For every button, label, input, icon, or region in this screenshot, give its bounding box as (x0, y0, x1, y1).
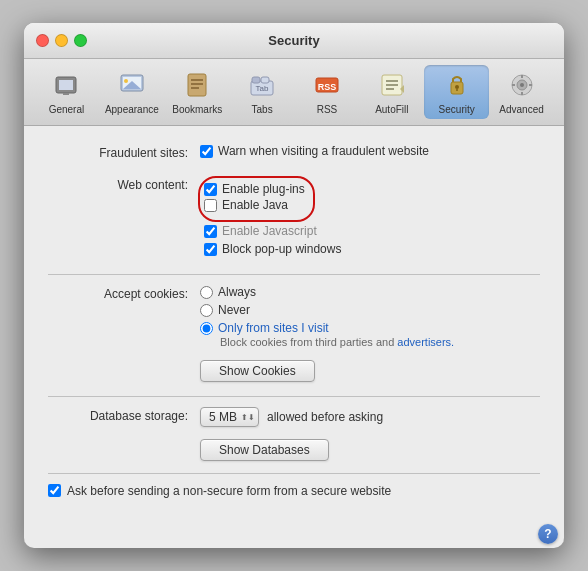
svg-text:RSS: RSS (318, 82, 337, 92)
toolbar-label-advanced: Advanced (499, 104, 543, 115)
fraudulent-sites-label: Fraudulent sites: (48, 144, 188, 160)
fraudulent-sites-check-row: Warn when visiting a fraudulent website (200, 144, 540, 158)
fraudulent-sites-row: Fraudulent sites: Warn when visiting a f… (48, 144, 540, 162)
cookies-sublabel: Block cookies from third parties and adv… (220, 335, 540, 349)
content-area: Fraudulent sites: Warn when visiting a f… (24, 126, 564, 517)
toolbar-item-advanced[interactable]: Advanced (489, 65, 554, 119)
toolbar-label-tabs: Tabs (252, 104, 273, 115)
toolbar-label-appearance: Appearance (105, 104, 159, 115)
web-content-label: Web content: (48, 176, 188, 192)
svg-rect-12 (252, 77, 260, 83)
show-databases-button[interactable]: Show Databases (200, 439, 329, 461)
toolbar-label-autofill: AutoFill (375, 104, 408, 115)
db-size-select[interactable]: 5 MB (200, 407, 259, 427)
titlebar: Security (24, 23, 564, 59)
rss-icon: RSS (311, 69, 343, 101)
cookies-always-radio[interactable] (200, 286, 213, 299)
java-label: Enable Java (222, 198, 288, 212)
secure-form-checkbox[interactable] (48, 484, 61, 497)
divider-2 (48, 396, 540, 397)
svg-rect-1 (59, 80, 73, 90)
appearance-icon (116, 69, 148, 101)
svg-text:Tab: Tab (256, 84, 269, 93)
toolbar-label-bookmarks: Bookmarks (172, 104, 222, 115)
window-title: Security (268, 33, 319, 48)
maximize-button[interactable] (74, 34, 87, 47)
cookies-only-row: Only from sites I visit (200, 321, 540, 335)
cookies-always-label: Always (218, 285, 256, 299)
toolbar-item-general[interactable]: General (34, 65, 99, 119)
database-storage-row: Database storage: 5 MB allowed before as… (48, 407, 540, 461)
toolbar-item-tabs[interactable]: Tab Tabs (230, 65, 295, 119)
show-cookies-button[interactable]: Show Cookies (200, 360, 315, 382)
toolbar-item-rss[interactable]: RSS RSS (295, 65, 360, 119)
cookies-never-row: Never (200, 303, 540, 317)
toolbar-item-bookmarks[interactable]: Bookmarks (165, 65, 230, 119)
traffic-lights (36, 34, 87, 47)
bottom-section: Ask before sending a non-secure form fro… (48, 484, 540, 504)
divider-1 (48, 274, 540, 275)
divider-3 (48, 473, 540, 474)
toolbar-label-security: Security (439, 104, 475, 115)
svg-rect-13 (261, 77, 269, 83)
toolbar: General Appearance (24, 59, 564, 126)
fraudulent-sites-checkbox[interactable] (200, 145, 213, 158)
plugins-checkbox[interactable] (204, 183, 217, 196)
db-allowed-label: allowed before asking (267, 410, 383, 424)
db-size-select-wrapper: 5 MB (200, 407, 259, 427)
javascript-label: Enable Javascript (222, 224, 317, 238)
popups-checkbox[interactable] (204, 243, 217, 256)
autofill-icon (376, 69, 408, 101)
cookies-sublabel-link[interactable]: advertisers. (397, 336, 454, 348)
help-button[interactable]: ? (538, 524, 558, 544)
cookies-only-radio[interactable] (200, 322, 213, 335)
plugins-label: Enable plug-ins (222, 182, 305, 196)
svg-rect-2 (63, 93, 69, 95)
toolbar-label-rss: RSS (317, 104, 338, 115)
toolbar-item-security[interactable]: Security (424, 65, 489, 119)
database-storage-label: Database storage: (48, 407, 188, 423)
preferences-window: Security General Appe (24, 23, 564, 547)
bookmarks-icon (181, 69, 213, 101)
svg-point-27 (520, 83, 524, 87)
popups-label: Block pop-up windows (222, 242, 341, 256)
database-storage-content: 5 MB allowed before asking Show Database… (188, 407, 540, 461)
cookies-never-radio[interactable] (200, 304, 213, 317)
plugins-check-row: Enable plug-ins (204, 182, 305, 196)
fraudulent-sites-check-label: Warn when visiting a fraudulent website (218, 144, 429, 158)
cookies-row: Accept cookies: Always Never Only from s… (48, 285, 540, 381)
javascript-check-row: Enable Javascript (204, 224, 540, 238)
toolbar-item-appearance[interactable]: Appearance (99, 65, 165, 119)
svg-rect-7 (188, 74, 206, 96)
cookies-only-label: Only from sites I visit (218, 321, 329, 335)
web-content-options: Enable plug-ins Enable Java Enable Javas… (188, 176, 540, 260)
javascript-checkbox[interactable] (204, 225, 217, 238)
help-area: ? (24, 518, 564, 548)
security-icon (441, 69, 473, 101)
fraudulent-sites-content: Warn when visiting a fraudulent website (188, 144, 540, 162)
toolbar-item-autofill[interactable]: AutoFill (359, 65, 424, 119)
svg-point-6 (124, 79, 128, 83)
cookies-label: Accept cookies: (48, 285, 188, 301)
cookies-always-row: Always (200, 285, 540, 299)
toolbar-label-general: General (49, 104, 85, 115)
secure-form-label: Ask before sending a non-secure form fro… (67, 484, 391, 498)
minimize-button[interactable] (55, 34, 68, 47)
java-check-row: Enable Java (204, 198, 305, 212)
svg-point-23 (455, 85, 459, 89)
general-icon (50, 69, 82, 101)
web-content-row: Web content: Enable plug-ins Enable Java (48, 176, 540, 260)
database-storage-controls: 5 MB allowed before asking (200, 407, 540, 427)
tabs-icon: Tab (246, 69, 278, 101)
advanced-icon (506, 69, 538, 101)
cookies-never-label: Never (218, 303, 250, 317)
java-checkbox[interactable] (204, 199, 217, 212)
cookies-radio-group: Always Never Only from sites I visit (200, 285, 540, 335)
cookies-options: Always Never Only from sites I visit Blo… (188, 285, 540, 381)
popups-check-row: Block pop-up windows (204, 242, 540, 256)
close-button[interactable] (36, 34, 49, 47)
